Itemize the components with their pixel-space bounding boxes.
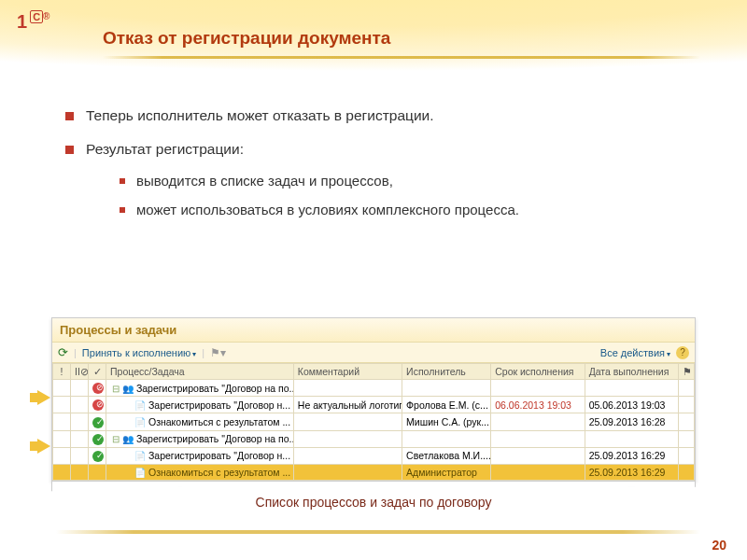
col-pause[interactable]: II⊘	[71, 364, 89, 380]
sub-bullet-2: может использоваться в условиях комплекс…	[120, 202, 710, 217]
screenshot-panel: Процессы и задачи ⟳ | Принять к исполнен…	[51, 317, 696, 495]
refresh-icon[interactable]: ⟳	[58, 345, 68, 359]
bullet-1: Теперь исполнитель может отказать в реги…	[65, 107, 710, 124]
logo-1c: 1C®	[17, 11, 49, 33]
col-executor[interactable]: Исполнитель	[402, 364, 491, 380]
table-row[interactable]: 📄 Ознакомиться с результатом ...Мишин С.…	[53, 413, 695, 430]
callout-arrow-icon	[37, 390, 50, 405]
col-status[interactable]: ✓	[89, 364, 106, 380]
bullet-2: Результат регистрации: выводится в списк…	[65, 141, 710, 217]
help-icon[interactable]: ?	[676, 346, 689, 359]
col-flag[interactable]: ⚑	[679, 364, 695, 380]
torn-edge	[51, 482, 696, 495]
flag-icon[interactable]: ⚑▾	[210, 346, 226, 359]
table-row[interactable]: 📄 Зарегистрировать "Договор н...Светлако…	[53, 447, 695, 464]
table-row[interactable]: 📄 Ознакомиться с результатом ...Админист…	[53, 465, 695, 481]
table-row[interactable]: ⊟ 👥 Зарегистрировать "Договор на по...	[53, 430, 695, 447]
col-done[interactable]: Дата выполнения	[585, 364, 678, 380]
bullet-2-text: Результат регистрации:	[86, 141, 244, 157]
col-importance[interactable]: !	[53, 364, 71, 380]
col-task[interactable]: Процесс/Задача	[106, 364, 294, 380]
col-comment[interactable]: Комментарий	[293, 364, 402, 380]
table-header-row: ! II⊘ ✓ Процесс/Задача Комментарий Испол…	[53, 364, 695, 380]
toolbar-sep-2: |	[202, 347, 204, 358]
toolbar: ⟳ | Принять к исполнению▾ | ⚑▾ Все дейст…	[52, 343, 695, 363]
callout-arrow-icon	[37, 439, 50, 454]
table-row[interactable]: ⊟ 👥 Зарегистрировать "Договор на по...	[53, 380, 695, 397]
accept-button[interactable]: Принять к исполнению▾	[82, 347, 196, 358]
footer-separator	[56, 530, 700, 534]
page-number: 20	[712, 538, 726, 553]
content-area: Теперь исполнитель может отказать в реги…	[56, 107, 710, 234]
title-underline	[103, 56, 700, 59]
slide-title: Отказ от регистрации документа	[103, 28, 390, 49]
all-actions-button[interactable]: Все действия▾	[600, 347, 670, 358]
tasks-table: ! II⊘ ✓ Процесс/Задача Комментарий Испол…	[52, 363, 695, 481]
sub-bullet-1: выводится в списке задач и процессов,	[120, 173, 710, 189]
col-deadline[interactable]: Срок исполнения	[491, 364, 585, 380]
screenshot-caption: Список процессов и задач по договору	[0, 495, 747, 510]
table-row[interactable]: 📄 Зарегистрировать "Договор н...Не актуа…	[53, 397, 695, 413]
panel-title: Процессы и задачи	[52, 318, 695, 343]
toolbar-sep: |	[74, 347, 77, 358]
